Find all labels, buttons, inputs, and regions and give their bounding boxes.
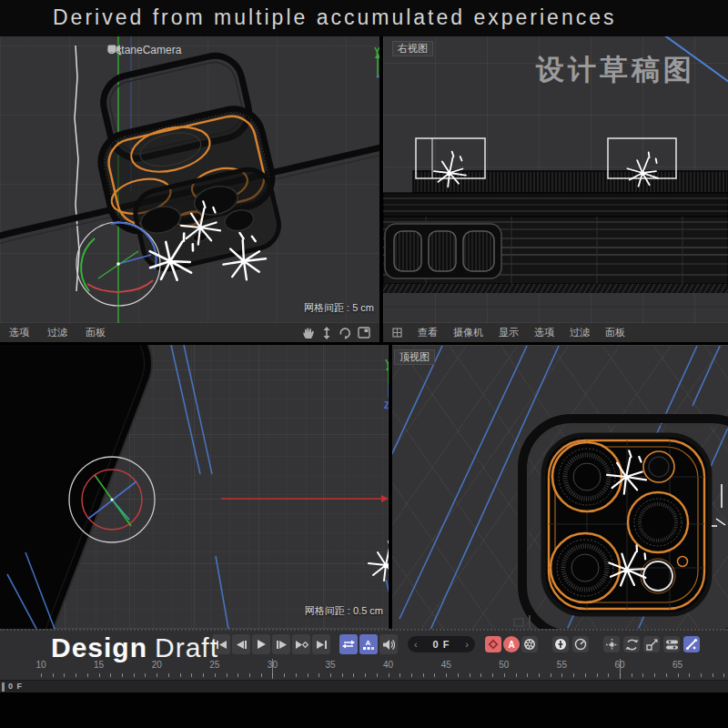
next-frame-icon <box>276 640 288 650</box>
ruler-tick <box>561 673 562 677</box>
viewport-label[interactable]: 顶视图 <box>394 349 435 365</box>
ruler-marker <box>620 659 621 679</box>
ruler-tick <box>203 673 204 677</box>
perspective-menubar: 选项过滤面板 <box>0 323 379 342</box>
ruler-tick <box>145 673 146 677</box>
ruler-tick <box>249 673 250 677</box>
autokey-label: A <box>508 640 514 650</box>
frame-decrement-arrow[interactable]: ‹ <box>414 640 418 649</box>
ruler-tick <box>238 673 238 677</box>
ruler-tick <box>458 673 459 677</box>
ruler-tick <box>99 673 100 677</box>
keyframe-settings-icon <box>523 638 536 651</box>
params-icon <box>665 639 679 651</box>
viewport-top-view[interactable]: 顶视图 <box>392 345 728 630</box>
ruler-tick <box>480 673 481 677</box>
play-button[interactable] <box>252 634 270 654</box>
rotate-view-icon[interactable] <box>339 327 351 339</box>
menu-item[interactable]: 显示 <box>499 326 519 339</box>
ruler-tick <box>284 673 285 677</box>
prev-frame-icon <box>236 640 248 650</box>
ruler-tick <box>434 673 435 677</box>
ruler-tick <box>654 673 655 677</box>
ruler-tick <box>585 673 586 677</box>
sound-button[interactable] <box>379 634 398 654</box>
ruler-marker <box>272 659 273 679</box>
record-keyframe-button[interactable] <box>485 636 501 652</box>
next-frame-button[interactable] <box>272 634 290 654</box>
selection-gizmo <box>69 457 155 542</box>
ruler-tick <box>689 673 690 677</box>
frame-increment-arrow[interactable]: › <box>465 640 469 649</box>
camera-label[interactable]: OctaneCamera <box>107 44 181 56</box>
ruler-tick <box>423 673 424 677</box>
ruler-tick <box>539 673 540 677</box>
rotation-button[interactable] <box>623 636 640 652</box>
loop-icon <box>342 639 355 650</box>
prev-frame-button[interactable] <box>232 634 250 654</box>
menu-item[interactable]: 过滤 <box>570 326 590 339</box>
ruler-frame-number: 10 <box>35 660 46 670</box>
next-key-button[interactable] <box>292 634 310 654</box>
record-rotation-icon <box>574 638 587 651</box>
params-button[interactable] <box>663 636 680 652</box>
position-button[interactable] <box>603 636 620 652</box>
menu-item[interactable]: 过滤 <box>47 326 67 339</box>
menu-item[interactable]: 查看 <box>418 326 438 339</box>
dolly-arrows-icon[interactable] <box>321 327 332 339</box>
ruler-tick <box>308 673 308 677</box>
menu-item[interactable]: 面板 <box>86 326 106 339</box>
current-frame-field[interactable]: ‹ 0 F › <box>408 636 475 652</box>
toggle-view-icon[interactable] <box>358 327 370 339</box>
grid-spacing-label: 网格间距 : 0.5 cm <box>305 604 383 618</box>
pan-hand-icon[interactable] <box>302 327 315 339</box>
viewport-front-view[interactable]: Y X Z 网格间距 : 0.5 cm <box>0 345 389 629</box>
phone-side-wireframe <box>383 171 728 307</box>
ruler-tick <box>41 673 42 677</box>
keyframe-settings-button[interactable] <box>521 636 538 652</box>
keyframe-bar-icon: A <box>362 639 375 651</box>
viewport-grid-icon[interactable] <box>392 325 402 341</box>
goto-end-button[interactable] <box>312 634 330 654</box>
ruler-tick <box>134 673 135 677</box>
ruler-tick <box>110 673 111 677</box>
menu-item[interactable]: 选项 <box>534 326 554 339</box>
ruler-tick <box>723 673 724 677</box>
play-icon <box>256 639 267 650</box>
playhead-marker[interactable] <box>2 682 5 692</box>
menu-item[interactable]: 摄像机 <box>453 326 483 339</box>
menu-item[interactable]: 面板 <box>605 326 625 339</box>
x-axis-arrow <box>221 495 389 502</box>
viewport-label[interactable]: 右视图 <box>392 41 433 56</box>
loop-playback-button[interactable] <box>339 634 358 654</box>
axis-z-label: Z <box>384 400 389 410</box>
keyframe-bar-mode-button[interactable]: A <box>359 634 378 654</box>
sound-icon <box>382 639 395 651</box>
ruler-tick <box>551 673 551 677</box>
svg-text:A: A <box>366 639 371 647</box>
viewport-right-view[interactable]: 右视图 设计草稿图 <box>383 36 728 323</box>
phone-body <box>0 345 167 629</box>
viewport-perspective[interactable]: OctaneCamera Y X 网格间距 : 5 cm <box>0 36 379 323</box>
ruler-tick <box>446 673 447 677</box>
record-rotation-button[interactable] <box>572 636 589 652</box>
scale-icon <box>645 638 659 652</box>
ruler-tick <box>365 673 366 677</box>
pla-button[interactable] <box>683 636 700 652</box>
autokey-button[interactable]: A <box>503 636 520 652</box>
ruler-tick <box>64 673 65 677</box>
ruler-tick <box>122 673 123 677</box>
scale-button[interactable] <box>643 636 660 652</box>
ruler-tick <box>353 673 354 677</box>
ruler-tick <box>573 673 574 677</box>
ruler-tick <box>411 673 412 677</box>
menu-item[interactable]: 选项 <box>9 326 29 339</box>
sketch-burst <box>369 541 389 581</box>
record-position-button[interactable] <box>552 636 569 652</box>
pla-icon <box>685 638 698 651</box>
timeline-scrubber[interactable]: 0 F <box>0 680 728 693</box>
ruler-tick <box>215 673 216 677</box>
current-frame-label: 0 F <box>8 682 23 691</box>
top-view-scene <box>392 346 728 630</box>
ruler-tick <box>492 673 493 677</box>
